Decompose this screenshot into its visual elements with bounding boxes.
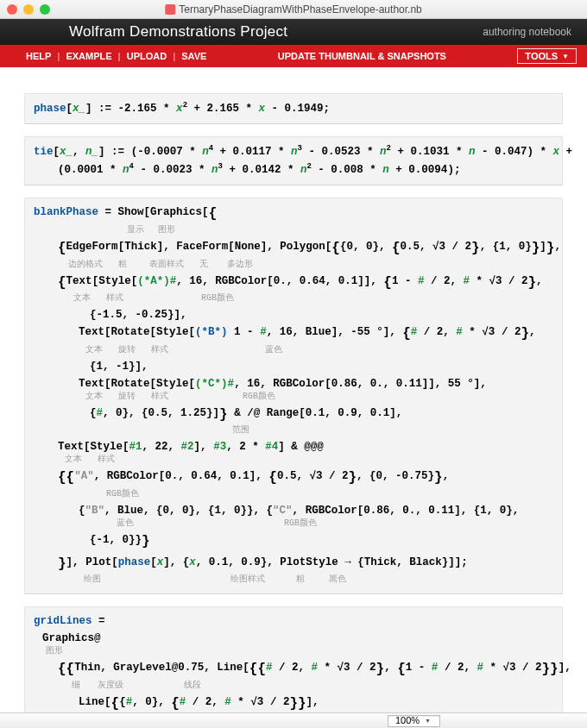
code-cell-tie[interactable]: tie[x_, n_] := (-0.0007 * n4 + 0.0117 * … bbox=[24, 136, 563, 185]
close-icon[interactable] bbox=[7, 4, 17, 15]
banner-subtitle: authoring notebook bbox=[483, 26, 571, 38]
banner-title-prefix: Wolfram bbox=[69, 23, 125, 40]
code-cell-gridlines[interactable]: gridLines = Graphics@ 图形 {{Thin, GrayLev… bbox=[24, 606, 563, 712]
zoom-icon[interactable] bbox=[40, 4, 50, 15]
chevron-down-icon: ▼ bbox=[425, 715, 431, 726]
save-button[interactable]: SAVE bbox=[181, 51, 206, 61]
window-filename: TernaryPhaseDiagramWithPhaseEnvelope-aut… bbox=[179, 3, 422, 16]
example-button[interactable]: EXAMPLE bbox=[66, 51, 111, 61]
tools-menu-button[interactable]: TOOLS ▼ bbox=[517, 48, 577, 64]
toolbar: HELP | EXAMPLE | UPLOAD | SAVE UPDATE TH… bbox=[0, 45, 587, 67]
status-bar: 100% ▼ bbox=[0, 712, 587, 728]
tools-label: TOOLS bbox=[525, 51, 558, 61]
notebook-body[interactable]: phase[x_] := -2.165 * x2 + 2.165 * x - 0… bbox=[0, 67, 587, 712]
chevron-down-icon: ▼ bbox=[562, 53, 569, 60]
help-button[interactable]: HELP bbox=[26, 51, 51, 61]
upload-button[interactable]: UPLOAD bbox=[127, 51, 167, 61]
app-banner: Wolfram Demonstrations Project authoring… bbox=[0, 19, 587, 45]
code-cell-blankphase[interactable]: blankPhase = Show[Graphics[{ 显示图形 {EdgeF… bbox=[24, 198, 563, 594]
notebook-file-icon bbox=[165, 4, 175, 15]
zoom-value: 100% bbox=[395, 715, 420, 726]
code-cell-phase[interactable]: phase[x_] := -2.165 * x2 + 2.165 * x - 0… bbox=[24, 93, 563, 124]
update-button[interactable]: UPDATE THUMBNAIL & SNAPSHOTS bbox=[278, 51, 446, 61]
banner-title-main: Demonstrations Project bbox=[125, 23, 287, 40]
window-titlebar: TernaryPhaseDiagramWithPhaseEnvelope-aut… bbox=[0, 0, 587, 19]
minimize-icon[interactable] bbox=[23, 4, 34, 15]
zoom-selector[interactable]: 100% ▼ bbox=[388, 715, 440, 727]
